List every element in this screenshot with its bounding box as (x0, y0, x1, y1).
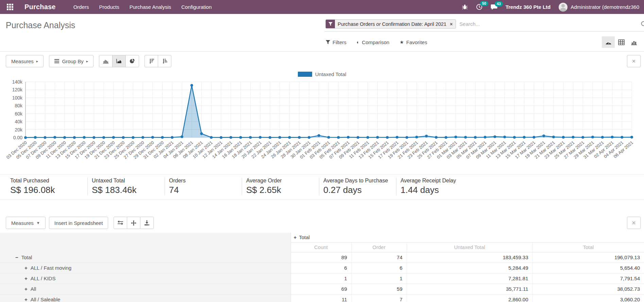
search-input[interactable] (459, 21, 644, 27)
kpi-average-days-to-purchase: Average Days to Purchase 0.27 days (319, 178, 396, 195)
flip-axis-button[interactable] (114, 217, 127, 229)
legend-label: Untaxed Total (315, 71, 346, 77)
expand-plus-icon[interactable]: + (24, 276, 28, 281)
top-navbar: Purchase OrdersProductsPurchase Analysis… (0, 0, 644, 14)
activity-count-badge: 50 (480, 1, 488, 6)
area-chart[interactable]: 03 Dec 202005 Dec 202007 Dec 202009 Dec … (0, 78, 644, 171)
area-chart-icon (116, 58, 122, 64)
pivot-cell[interactable]: 69 (291, 284, 351, 294)
menu-item-products[interactable]: Products (95, 1, 123, 13)
sort-asc-button[interactable] (158, 55, 171, 67)
company-switcher[interactable]: Trendz 360 Pte Ltd (506, 4, 551, 10)
pivot-row-header[interactable]: +ALL / KIDS (0, 273, 291, 284)
search-facet[interactable]: Purchase Orders or Confirmation Date: Ap… (325, 19, 456, 29)
menu-item-orders[interactable]: Orders (69, 1, 93, 13)
pivot-cell[interactable]: 59 (351, 284, 407, 294)
sort-switcher (145, 55, 171, 67)
line-chart-button[interactable] (112, 55, 126, 67)
pivot-cell[interactable]: 2,860.00 (407, 294, 532, 302)
pivot-cell[interactable]: 6 (351, 263, 407, 273)
star-icon: ★ (400, 39, 404, 45)
pivot-cell[interactable]: 6 (291, 263, 351, 273)
app-title[interactable]: Purchase (24, 3, 56, 11)
pivot-row-header[interactable]: +ALL / Fast moving (0, 263, 291, 273)
pivot-corner-cell (0, 233, 291, 242)
apps-menu-icon[interactable] (5, 2, 15, 12)
pivot-cell[interactable]: 38,052.73 (532, 284, 644, 294)
pivot-view-button[interactable] (615, 36, 628, 48)
menu-item-configuration[interactable]: Configuration (177, 1, 216, 13)
svg-text:20k: 20k (15, 127, 23, 132)
page-title: Purchase Analysis (6, 18, 325, 30)
user-menu[interactable]: Administrator (demotrendz360 (559, 3, 639, 12)
search-magnifier-icon[interactable] (641, 21, 644, 29)
dashboard-view-button[interactable] (602, 36, 615, 48)
pivot-cell[interactable]: 7,791.54 (532, 273, 644, 284)
facet-remove-icon[interactable]: × (449, 20, 456, 28)
expand-plus-icon[interactable]: + (24, 286, 28, 292)
kpi-average-order: Average Order S$ 2.65k (242, 178, 319, 195)
pivot-column-group-total[interactable]: +Total (291, 233, 644, 242)
fullscreen-arrows-icon (632, 220, 635, 226)
pivot-measure-order[interactable]: Order (351, 242, 407, 252)
svg-text:100k: 100k (12, 95, 23, 101)
expand-all-button[interactable] (127, 217, 140, 229)
pivot-cell[interactable]: 1 (351, 273, 407, 284)
expand-plus-icon[interactable]: + (24, 297, 28, 302)
expand-chart-button[interactable] (627, 55, 641, 67)
group-by-button[interactable]: Group By▸ (49, 55, 94, 67)
sort-amount-desc-icon (149, 58, 154, 64)
search-bar[interactable]: Purchase Orders or Confirmation Date: Ap… (325, 18, 644, 32)
pivot-row: +ALL / Fast moving665,284.495,654.40 (0, 263, 644, 273)
pivot-row: +All695935,771.1138,052.73 (0, 284, 644, 294)
pivot-cell[interactable]: 89 (291, 252, 351, 263)
pivot-measures-button[interactable]: Measures▼ (6, 217, 46, 229)
expand-plus-icon[interactable]: + (24, 265, 28, 271)
pivot-row-header[interactable]: −Total (0, 252, 291, 263)
pivot-cell[interactable]: 3,060.20 (532, 294, 644, 302)
favorites-button[interactable]: ★ Favorites (400, 39, 427, 45)
graph-view-button[interactable] (628, 36, 641, 48)
debug-bug-icon[interactable] (462, 4, 468, 10)
expand-all-arrows-icon (131, 220, 136, 226)
pivot-measure-count[interactable]: Count (291, 242, 351, 252)
pivot-cell[interactable]: 183,459.33 (407, 252, 532, 263)
pivot-cell[interactable]: 5,284.49 (407, 263, 532, 273)
pivot-measure-untaxed-total[interactable]: Untaxed Total (407, 242, 532, 252)
activities-clock-icon[interactable]: 50 (476, 4, 482, 10)
collapse-minus-icon[interactable]: − (15, 254, 18, 260)
dashboard-toolbar: Measures▸ Group By▸ (0, 52, 644, 67)
chart-type-switcher (99, 55, 139, 67)
kpi-orders: Orders 74 (165, 178, 242, 195)
pivot-cell[interactable]: 74 (351, 252, 407, 263)
pivot-cell[interactable]: 196,079.13 (532, 252, 644, 263)
pivot-cell[interactable]: 7 (351, 294, 407, 302)
messages-chat-icon[interactable]: 43 (491, 4, 497, 10)
download-icon (144, 220, 150, 226)
legend-swatch (298, 72, 312, 77)
measures-button[interactable]: Measures▸ (6, 55, 44, 67)
user-name: Administrator (demotrendz360 (571, 4, 639, 10)
pivot-measure-total[interactable]: Total (532, 242, 644, 252)
pivot-corner-cell (0, 242, 291, 252)
expand-pivot-button[interactable] (627, 217, 641, 229)
pivot-cell[interactable]: 7,281.81 (407, 273, 532, 284)
kpi-average-receipt-delay: Average Receipt Delay 1.44 days (396, 178, 473, 195)
pivot-row-header[interactable]: +All (0, 284, 291, 294)
filters-button[interactable]: Filters (326, 39, 346, 45)
insert-in-spreadsheet-button[interactable]: Insert in Spreadsheet (49, 217, 108, 229)
menu-item-purchase-analysis[interactable]: Purchase Analysis (125, 1, 175, 13)
pivot-cell[interactable]: 11 (291, 294, 351, 302)
pivot-cell[interactable]: 35,771.11 (407, 284, 532, 294)
view-switcher (602, 36, 641, 48)
pie-chart-button[interactable] (125, 55, 139, 67)
pivot-cell[interactable]: 1 (291, 273, 351, 284)
comparison-button[interactable]: ◐ Comparison (357, 39, 389, 45)
bar-chart-button[interactable] (99, 55, 113, 67)
download-xlsx-button[interactable] (140, 217, 154, 229)
pivot-cell[interactable]: 5,654.40 (532, 263, 644, 273)
expand-plus-icon[interactable]: + (294, 234, 297, 240)
svg-text:140k: 140k (12, 79, 23, 85)
pivot-row-header[interactable]: +All / Saleable (0, 294, 291, 302)
sort-desc-button[interactable] (145, 55, 158, 67)
